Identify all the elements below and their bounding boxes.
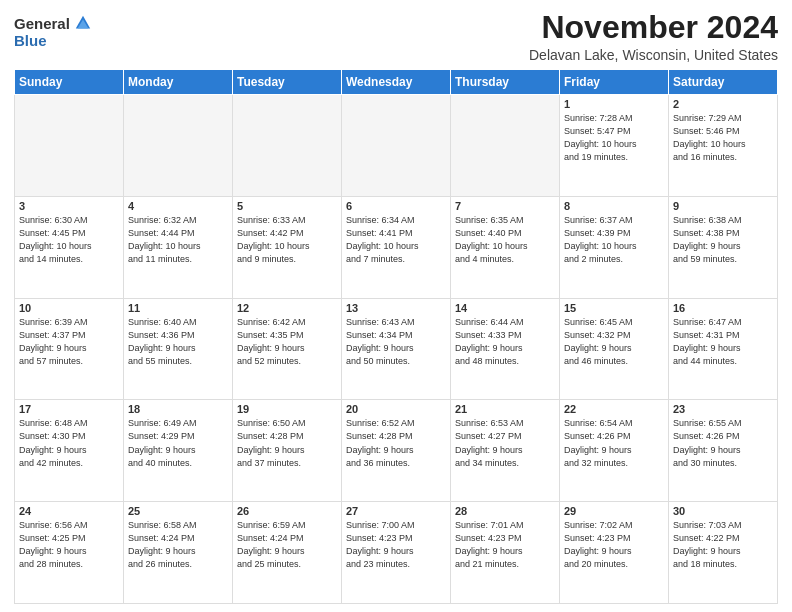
day-info: Sunrise: 7:02 AM Sunset: 4:23 PM Dayligh… <box>564 519 664 571</box>
day-number: 16 <box>673 302 773 314</box>
table-row: 19Sunrise: 6:50 AM Sunset: 4:28 PM Dayli… <box>233 400 342 502</box>
table-row: 21Sunrise: 6:53 AM Sunset: 4:27 PM Dayli… <box>451 400 560 502</box>
table-row <box>451 95 560 197</box>
col-monday: Monday <box>124 70 233 95</box>
calendar-week-3: 17Sunrise: 6:48 AM Sunset: 4:30 PM Dayli… <box>15 400 778 502</box>
table-row: 5Sunrise: 6:33 AM Sunset: 4:42 PM Daylig… <box>233 196 342 298</box>
day-info: Sunrise: 6:38 AM Sunset: 4:38 PM Dayligh… <box>673 214 773 266</box>
day-number: 5 <box>237 200 337 212</box>
table-row: 24Sunrise: 6:56 AM Sunset: 4:25 PM Dayli… <box>15 502 124 604</box>
calendar-week-4: 24Sunrise: 6:56 AM Sunset: 4:25 PM Dayli… <box>15 502 778 604</box>
day-number: 19 <box>237 403 337 415</box>
table-row <box>233 95 342 197</box>
table-row: 10Sunrise: 6:39 AM Sunset: 4:37 PM Dayli… <box>15 298 124 400</box>
day-info: Sunrise: 6:40 AM Sunset: 4:36 PM Dayligh… <box>128 316 228 368</box>
day-number: 28 <box>455 505 555 517</box>
logo-icon <box>74 14 92 32</box>
day-info: Sunrise: 6:49 AM Sunset: 4:29 PM Dayligh… <box>128 417 228 469</box>
col-thursday: Thursday <box>451 70 560 95</box>
day-info: Sunrise: 6:50 AM Sunset: 4:28 PM Dayligh… <box>237 417 337 469</box>
table-row: 26Sunrise: 6:59 AM Sunset: 4:24 PM Dayli… <box>233 502 342 604</box>
day-number: 15 <box>564 302 664 314</box>
day-number: 9 <box>673 200 773 212</box>
logo-general-text: General <box>14 15 70 32</box>
table-row: 29Sunrise: 7:02 AM Sunset: 4:23 PM Dayli… <box>560 502 669 604</box>
header-row: Sunday Monday Tuesday Wednesday Thursday… <box>15 70 778 95</box>
day-info: Sunrise: 6:37 AM Sunset: 4:39 PM Dayligh… <box>564 214 664 266</box>
table-row: 12Sunrise: 6:42 AM Sunset: 4:35 PM Dayli… <box>233 298 342 400</box>
day-number: 8 <box>564 200 664 212</box>
header: General Blue November 2024 Delavan Lake,… <box>14 10 778 63</box>
day-info: Sunrise: 6:59 AM Sunset: 4:24 PM Dayligh… <box>237 519 337 571</box>
day-info: Sunrise: 6:47 AM Sunset: 4:31 PM Dayligh… <box>673 316 773 368</box>
day-info: Sunrise: 6:35 AM Sunset: 4:40 PM Dayligh… <box>455 214 555 266</box>
table-row: 13Sunrise: 6:43 AM Sunset: 4:34 PM Dayli… <box>342 298 451 400</box>
table-row: 22Sunrise: 6:54 AM Sunset: 4:26 PM Dayli… <box>560 400 669 502</box>
day-number: 12 <box>237 302 337 314</box>
day-number: 25 <box>128 505 228 517</box>
page: General Blue November 2024 Delavan Lake,… <box>0 0 792 612</box>
day-info: Sunrise: 6:48 AM Sunset: 4:30 PM Dayligh… <box>19 417 119 469</box>
logo: General Blue <box>14 14 92 49</box>
day-info: Sunrise: 6:34 AM Sunset: 4:41 PM Dayligh… <box>346 214 446 266</box>
month-title: November 2024 <box>529 10 778 45</box>
table-row: 16Sunrise: 6:47 AM Sunset: 4:31 PM Dayli… <box>669 298 778 400</box>
day-number: 6 <box>346 200 446 212</box>
table-row: 15Sunrise: 6:45 AM Sunset: 4:32 PM Dayli… <box>560 298 669 400</box>
table-row: 20Sunrise: 6:52 AM Sunset: 4:28 PM Dayli… <box>342 400 451 502</box>
table-row: 28Sunrise: 7:01 AM Sunset: 4:23 PM Dayli… <box>451 502 560 604</box>
table-row <box>342 95 451 197</box>
col-saturday: Saturday <box>669 70 778 95</box>
table-row: 18Sunrise: 6:49 AM Sunset: 4:29 PM Dayli… <box>124 400 233 502</box>
day-info: Sunrise: 6:45 AM Sunset: 4:32 PM Dayligh… <box>564 316 664 368</box>
col-sunday: Sunday <box>15 70 124 95</box>
table-row: 1Sunrise: 7:28 AM Sunset: 5:47 PM Daylig… <box>560 95 669 197</box>
day-number: 21 <box>455 403 555 415</box>
table-row: 6Sunrise: 6:34 AM Sunset: 4:41 PM Daylig… <box>342 196 451 298</box>
table-row: 30Sunrise: 7:03 AM Sunset: 4:22 PM Dayli… <box>669 502 778 604</box>
day-number: 20 <box>346 403 446 415</box>
day-number: 3 <box>19 200 119 212</box>
day-number: 13 <box>346 302 446 314</box>
table-row: 23Sunrise: 6:55 AM Sunset: 4:26 PM Dayli… <box>669 400 778 502</box>
day-number: 2 <box>673 98 773 110</box>
day-info: Sunrise: 6:53 AM Sunset: 4:27 PM Dayligh… <box>455 417 555 469</box>
table-row: 27Sunrise: 7:00 AM Sunset: 4:23 PM Dayli… <box>342 502 451 604</box>
day-info: Sunrise: 7:01 AM Sunset: 4:23 PM Dayligh… <box>455 519 555 571</box>
location: Delavan Lake, Wisconsin, United States <box>529 47 778 63</box>
table-row <box>124 95 233 197</box>
table-row: 11Sunrise: 6:40 AM Sunset: 4:36 PM Dayli… <box>124 298 233 400</box>
day-info: Sunrise: 6:42 AM Sunset: 4:35 PM Dayligh… <box>237 316 337 368</box>
col-tuesday: Tuesday <box>233 70 342 95</box>
table-row: 17Sunrise: 6:48 AM Sunset: 4:30 PM Dayli… <box>15 400 124 502</box>
day-number: 10 <box>19 302 119 314</box>
table-row: 3Sunrise: 6:30 AM Sunset: 4:45 PM Daylig… <box>15 196 124 298</box>
title-block: November 2024 Delavan Lake, Wisconsin, U… <box>529 10 778 63</box>
day-info: Sunrise: 7:29 AM Sunset: 5:46 PM Dayligh… <box>673 112 773 164</box>
day-info: Sunrise: 7:00 AM Sunset: 4:23 PM Dayligh… <box>346 519 446 571</box>
table-row: 9Sunrise: 6:38 AM Sunset: 4:38 PM Daylig… <box>669 196 778 298</box>
day-info: Sunrise: 6:58 AM Sunset: 4:24 PM Dayligh… <box>128 519 228 571</box>
day-info: Sunrise: 6:44 AM Sunset: 4:33 PM Dayligh… <box>455 316 555 368</box>
day-number: 7 <box>455 200 555 212</box>
day-number: 27 <box>346 505 446 517</box>
day-number: 17 <box>19 403 119 415</box>
table-row: 2Sunrise: 7:29 AM Sunset: 5:46 PM Daylig… <box>669 95 778 197</box>
calendar-week-0: 1Sunrise: 7:28 AM Sunset: 5:47 PM Daylig… <box>15 95 778 197</box>
day-info: Sunrise: 6:33 AM Sunset: 4:42 PM Dayligh… <box>237 214 337 266</box>
col-friday: Friday <box>560 70 669 95</box>
table-row: 7Sunrise: 6:35 AM Sunset: 4:40 PM Daylig… <box>451 196 560 298</box>
calendar-week-2: 10Sunrise: 6:39 AM Sunset: 4:37 PM Dayli… <box>15 298 778 400</box>
day-number: 22 <box>564 403 664 415</box>
day-number: 24 <box>19 505 119 517</box>
day-info: Sunrise: 7:03 AM Sunset: 4:22 PM Dayligh… <box>673 519 773 571</box>
day-number: 23 <box>673 403 773 415</box>
day-number: 30 <box>673 505 773 517</box>
day-number: 4 <box>128 200 228 212</box>
calendar-table: Sunday Monday Tuesday Wednesday Thursday… <box>14 69 778 604</box>
day-info: Sunrise: 6:52 AM Sunset: 4:28 PM Dayligh… <box>346 417 446 469</box>
table-row: 8Sunrise: 6:37 AM Sunset: 4:39 PM Daylig… <box>560 196 669 298</box>
table-row <box>15 95 124 197</box>
day-number: 29 <box>564 505 664 517</box>
table-row: 25Sunrise: 6:58 AM Sunset: 4:24 PM Dayli… <box>124 502 233 604</box>
